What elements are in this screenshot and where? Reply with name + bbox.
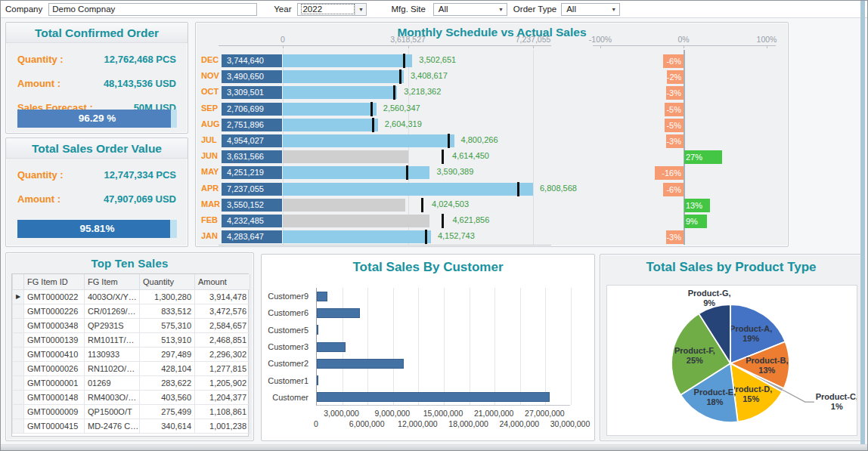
- progress-percent-label: 96.29 %: [17, 110, 177, 128]
- monthly-row: JUL4,954,0274,800,266-3%: [196, 133, 788, 149]
- actual-marker: [403, 54, 405, 68]
- quantity-cell[interactable]: 403,560: [140, 390, 195, 404]
- fg-item-id-cell[interactable]: GMT0000348: [24, 318, 85, 332]
- fg-item-id-cell[interactable]: GMT0000415: [24, 419, 85, 433]
- variance-bar: 27%: [684, 150, 722, 164]
- quantity-cell[interactable]: 297,489: [140, 347, 195, 361]
- table-row[interactable]: GMT000000101269283,6221,205,902: [13, 375, 250, 390]
- table-row[interactable]: GMT0000026RN1102O/…428,1041,277,815: [13, 361, 250, 375]
- row-selector[interactable]: [13, 347, 24, 361]
- quantity-cell[interactable]: 283,622: [140, 375, 195, 390]
- chevron-down-icon[interactable]: ▼: [495, 4, 507, 15]
- row-selector[interactable]: [13, 318, 24, 332]
- quantity-value: 12,762,468 PCS: [104, 54, 176, 65]
- product-type-pie: Product-A,19%Product-B,13%Product-C,1%Pr…: [607, 286, 857, 435]
- row-selector[interactable]: [13, 375, 24, 390]
- confirmed-progress-bar: 96.29 %: [17, 110, 177, 128]
- fg-item-id-cell[interactable]: GMT0000009: [24, 404, 85, 419]
- fg-item-cell[interactable]: RM1011T/…: [85, 332, 140, 347]
- row-selector[interactable]: [13, 304, 24, 318]
- axis-tick: [408, 45, 409, 48]
- table-row[interactable]: GMT0000148RM4003O/…403,5601,204,377: [13, 390, 250, 404]
- fg-item-id-cell[interactable]: GMT0000026: [24, 361, 85, 375]
- amount-cell[interactable]: 1,204,377: [195, 390, 250, 404]
- fg-item-cell[interactable]: QP1500O/T: [85, 404, 140, 419]
- fg-item-cell[interactable]: CR/01269/…: [85, 304, 140, 318]
- schedule-axis-line: [219, 45, 551, 46]
- fg-item-cell[interactable]: RM4003O/…: [85, 390, 140, 404]
- fg-item-id-cell[interactable]: GMT0000148: [24, 390, 85, 404]
- variance-bar: 9%: [684, 215, 707, 228]
- year-label: Year: [274, 5, 291, 14]
- table-row[interactable]: GMT0000415MD-2476 C…340,6141,001,238: [13, 419, 250, 433]
- row-selector[interactable]: [13, 404, 24, 419]
- quantity-cell[interactable]: 1,300,280: [140, 289, 195, 304]
- quantity-cell[interactable]: 275,499: [140, 404, 195, 419]
- month-label: DEC: [201, 55, 219, 64]
- amount-cell[interactable]: 2,296,302: [195, 347, 250, 361]
- variance-axis-line: [593, 45, 776, 46]
- column-header[interactable]: Quantity: [140, 274, 195, 289]
- company-input[interactable]: [48, 3, 257, 16]
- schedule-value-box: 3,550,152: [222, 199, 282, 212]
- fg-item-cell[interactable]: 4003O/X/Y…: [85, 289, 140, 304]
- fg-item-cell[interactable]: QP2931S: [85, 318, 140, 332]
- column-header[interactable]: Amount: [195, 274, 250, 289]
- row-selector[interactable]: [13, 361, 24, 375]
- customer-bar: [317, 308, 360, 318]
- quantity-cell[interactable]: 428,104: [140, 361, 195, 375]
- table-row[interactable]: GMT0000226CR/01269/…833,5123,472,576: [13, 304, 250, 318]
- chevron-down-icon[interactable]: ▼: [608, 4, 619, 15]
- fg-item-cell[interactable]: MD-2476 C…: [85, 419, 140, 433]
- fg-item-id-cell[interactable]: GMT0000022: [24, 289, 85, 304]
- order-type-dropdown[interactable]: All ▼: [561, 3, 620, 16]
- mfg-site-dropdown[interactable]: All ▼: [433, 3, 507, 16]
- quantity-cell[interactable]: 833,512: [140, 304, 195, 318]
- row-selector[interactable]: [13, 332, 24, 347]
- pie-plot-area: Product-A,19%Product-B,13%Product-C,1%Pr…: [606, 285, 857, 436]
- row-selector[interactable]: [13, 390, 24, 404]
- row-selector[interactable]: ▶: [13, 289, 24, 304]
- month-label: SEP: [201, 103, 218, 113]
- amount-cell[interactable]: 2,584,657: [195, 318, 250, 332]
- row-selector[interactable]: [13, 419, 24, 433]
- quantity-cell[interactable]: 575,310: [140, 318, 195, 332]
- amount-cell[interactable]: 1,277,815: [195, 361, 250, 375]
- fg-item-id-cell[interactable]: GMT0000410: [24, 347, 85, 361]
- fg-item-id-cell[interactable]: GMT0000001: [24, 375, 85, 390]
- year-dropdown[interactable]: 2022 ▼: [297, 3, 367, 16]
- amount-cell[interactable]: 3,472,576: [195, 304, 250, 318]
- column-header[interactable]: FG Item ID: [24, 274, 85, 289]
- fg-item-cell[interactable]: 1130933: [85, 347, 140, 361]
- chevron-down-icon[interactable]: ▼: [355, 4, 366, 15]
- total-sales-by-customer-chart: Total Sales By Customer Customer9Custome…: [261, 254, 595, 441]
- table-row[interactable]: GMT0000009QP1500O/T275,4991,108,861: [13, 404, 250, 419]
- schedule-axis-tick-label: 3,618,527: [390, 35, 426, 44]
- actual-value-label: 6,808,568: [540, 184, 577, 193]
- column-header[interactable]: FG Item: [85, 274, 140, 289]
- quantity-cell[interactable]: 513,910: [140, 332, 195, 347]
- variance-bar: -6%: [663, 54, 684, 68]
- table-row[interactable]: GMT0000348QP2931S575,3102,584,657: [13, 318, 250, 332]
- amount-cell[interactable]: 1,205,902: [195, 375, 250, 390]
- actual-marker: [370, 102, 373, 116]
- amount-cell[interactable]: 2,468,851: [195, 332, 250, 347]
- table-row[interactable]: GMT0000139RM1011T/…513,9102,468,851: [13, 332, 250, 347]
- amount-cell[interactable]: 1,108,861: [195, 404, 250, 419]
- fg-item-id-cell[interactable]: GMT0000139: [24, 332, 85, 347]
- fg-item-cell[interactable]: RN1102O/…: [85, 361, 140, 375]
- table-row[interactable]: GMT00004101130933297,4892,296,302: [13, 347, 250, 361]
- amount-cell[interactable]: 1,001,238: [195, 419, 250, 433]
- top-ten-sales-grid[interactable]: FG Item IDFG ItemQuantityAmount ▶GMT0000…: [11, 273, 249, 437]
- monthly-row: DEC3,744,6403,502,651-6%: [196, 53, 788, 69]
- schedule-axis-tick-label: 7,237,055: [516, 35, 551, 44]
- amount-cell[interactable]: 3,914,478: [195, 289, 250, 304]
- customer-bar: [317, 375, 318, 385]
- table-row[interactable]: ▶GMT00000224003O/X/Y…1,300,2803,914,478: [13, 289, 250, 304]
- customer-bar: [317, 359, 404, 369]
- actual-marker: [442, 150, 444, 164]
- quantity-cell[interactable]: 340,614: [140, 419, 195, 433]
- fg-item-cell[interactable]: 01269: [85, 375, 140, 390]
- schedule-value-box: 2,706,699: [222, 103, 282, 116]
- fg-item-id-cell[interactable]: GMT0000226: [24, 304, 85, 318]
